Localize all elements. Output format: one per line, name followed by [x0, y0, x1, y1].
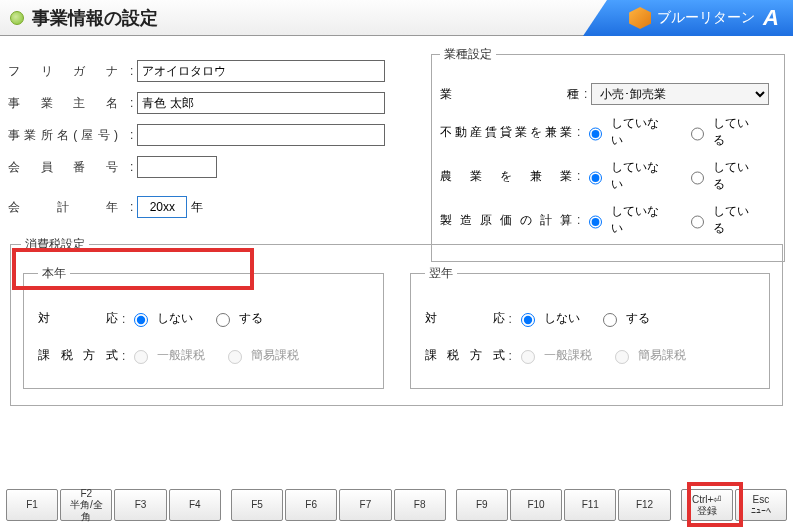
next-year-box: 翌年 対 応 : しない する 課税方式 : 一般課税 簡易課税	[410, 265, 771, 389]
header-bullet-icon	[10, 11, 24, 25]
header: 事業情報の設定 ブルーリターン A	[0, 0, 793, 36]
agriculture-label: 農 業 を 兼 業	[440, 168, 573, 185]
f6-button[interactable]: F6	[285, 489, 337, 521]
mfgcost-label: 製 造 原 価 の 計 算	[440, 212, 573, 229]
fy-label: 会 計 年	[8, 199, 126, 216]
furigana-input[interactable]	[137, 60, 385, 82]
agriculture-yes[interactable]: している	[686, 159, 758, 193]
mfgcost-no[interactable]: していない	[584, 203, 668, 237]
f10-button[interactable]: F10	[510, 489, 562, 521]
f3-button[interactable]: F3	[114, 489, 166, 521]
function-key-bar: F1 F2半角/全角 F3 F4 F5 F6 F7 F8 F9 F10 F11 …	[6, 489, 787, 521]
f12-button[interactable]: F12	[618, 489, 670, 521]
f2-button[interactable]: F2半角/全角	[60, 489, 112, 521]
place-input[interactable]	[137, 124, 385, 146]
place-label: 事業所名(屋号)	[8, 127, 126, 144]
f4-button[interactable]: F4	[169, 489, 221, 521]
fy-suffix: 年	[191, 199, 203, 216]
logo-cube-icon	[629, 7, 651, 29]
realestate-yes[interactable]: している	[686, 115, 758, 149]
member-input[interactable]	[137, 156, 217, 178]
mfgcost-yes[interactable]: している	[686, 203, 758, 237]
ty-method-general: 一般課税	[129, 347, 205, 364]
f1-button[interactable]: F1	[6, 489, 58, 521]
ty-method-label: 課税方式	[38, 347, 118, 364]
industry-type-select[interactable]: 小売･卸売業	[591, 83, 769, 105]
ny-method-label: 課税方式	[425, 347, 505, 364]
brand-banner: ブルーリターン A	[583, 0, 793, 36]
ty-support-on[interactable]: する	[211, 310, 263, 327]
ty-support-off[interactable]: しない	[129, 310, 193, 327]
member-label: 会 員 番 号	[8, 159, 126, 176]
industry-legend: 業種設定	[440, 46, 496, 63]
highlight-fy	[12, 248, 254, 290]
f9-button[interactable]: F9	[456, 489, 508, 521]
ny-support-label: 対 応	[425, 310, 505, 327]
owner-input[interactable]	[137, 92, 385, 114]
next-year-legend: 翌年	[425, 265, 457, 282]
content: フ リ ガ ナ : 事 業 主 名 : 事業所名(屋号) : 会 員 番 号 :…	[0, 36, 793, 410]
f8-button[interactable]: F8	[394, 489, 446, 521]
fy-input[interactable]	[137, 196, 187, 218]
ty-method-simple: 簡易課税	[223, 347, 299, 364]
industry-fieldset: 業種設定 業 種 : 小売･卸売業 不動産賃貸業を兼業 : していない している…	[431, 46, 785, 262]
ty-support-label: 対 応	[38, 310, 118, 327]
ny-method-general: 一般課税	[516, 347, 592, 364]
industry-type-label: 業 種	[440, 86, 580, 103]
furigana-label: フ リ ガ ナ	[8, 63, 126, 80]
agriculture-no[interactable]: していない	[584, 159, 668, 193]
highlight-submit	[687, 482, 743, 527]
ny-support-off[interactable]: しない	[516, 310, 580, 327]
f7-button[interactable]: F7	[339, 489, 391, 521]
ny-method-simple: 簡易課税	[610, 347, 686, 364]
page-title: 事業情報の設定	[32, 6, 158, 30]
ny-support-on[interactable]: する	[598, 310, 650, 327]
brand-text: ブルーリターン	[657, 9, 755, 27]
f5-button[interactable]: F5	[231, 489, 283, 521]
brand-a: A	[763, 7, 779, 29]
realestate-no[interactable]: していない	[584, 115, 668, 149]
realestate-label: 不動産賃貸業を兼業	[440, 124, 573, 141]
owner-label: 事 業 主 名	[8, 95, 126, 112]
f11-button[interactable]: F11	[564, 489, 616, 521]
